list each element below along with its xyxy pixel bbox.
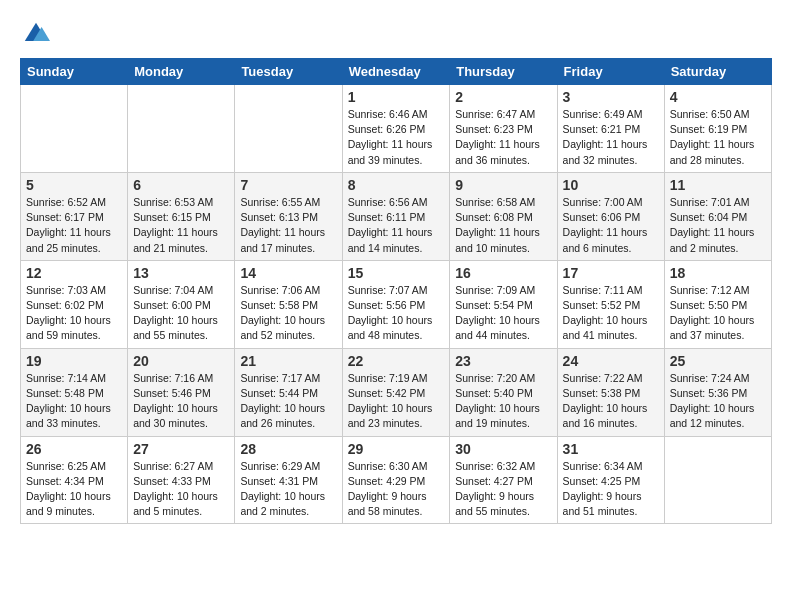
day-info: Sunrise: 6:25 AMSunset: 4:34 PMDaylight:… (26, 459, 122, 520)
calendar-cell: 7Sunrise: 6:55 AMSunset: 6:13 PMDaylight… (235, 172, 342, 260)
day-number: 13 (133, 265, 229, 281)
day-number: 17 (563, 265, 659, 281)
day-info: Sunrise: 7:00 AMSunset: 6:06 PMDaylight:… (563, 195, 659, 256)
day-info: Sunrise: 6:50 AMSunset: 6:19 PMDaylight:… (670, 107, 766, 168)
day-number: 7 (240, 177, 336, 193)
day-number: 5 (26, 177, 122, 193)
logo (20, 20, 50, 48)
day-number: 10 (563, 177, 659, 193)
calendar-cell: 4Sunrise: 6:50 AMSunset: 6:19 PMDaylight… (664, 85, 771, 173)
calendar-cell: 20Sunrise: 7:16 AMSunset: 5:46 PMDayligh… (128, 348, 235, 436)
day-info: Sunrise: 7:16 AMSunset: 5:46 PMDaylight:… (133, 371, 229, 432)
day-info: Sunrise: 6:30 AMSunset: 4:29 PMDaylight:… (348, 459, 445, 520)
day-info: Sunrise: 7:04 AMSunset: 6:00 PMDaylight:… (133, 283, 229, 344)
day-number: 30 (455, 441, 551, 457)
day-info: Sunrise: 7:03 AMSunset: 6:02 PMDaylight:… (26, 283, 122, 344)
day-number: 26 (26, 441, 122, 457)
day-info: Sunrise: 7:19 AMSunset: 5:42 PMDaylight:… (348, 371, 445, 432)
day-info: Sunrise: 6:49 AMSunset: 6:21 PMDaylight:… (563, 107, 659, 168)
day-number: 1 (348, 89, 445, 105)
day-number: 14 (240, 265, 336, 281)
day-info: Sunrise: 6:32 AMSunset: 4:27 PMDaylight:… (455, 459, 551, 520)
calendar-cell: 23Sunrise: 7:20 AMSunset: 5:40 PMDayligh… (450, 348, 557, 436)
calendar-cell: 14Sunrise: 7:06 AMSunset: 5:58 PMDayligh… (235, 260, 342, 348)
calendar-cell: 31Sunrise: 6:34 AMSunset: 4:25 PMDayligh… (557, 436, 664, 524)
day-info: Sunrise: 7:14 AMSunset: 5:48 PMDaylight:… (26, 371, 122, 432)
calendar-cell: 12Sunrise: 7:03 AMSunset: 6:02 PMDayligh… (21, 260, 128, 348)
day-number: 29 (348, 441, 445, 457)
calendar-cell: 21Sunrise: 7:17 AMSunset: 5:44 PMDayligh… (235, 348, 342, 436)
calendar-cell: 19Sunrise: 7:14 AMSunset: 5:48 PMDayligh… (21, 348, 128, 436)
logo-icon (22, 20, 50, 48)
day-number: 6 (133, 177, 229, 193)
col-header-thursday: Thursday (450, 59, 557, 85)
day-info: Sunrise: 6:27 AMSunset: 4:33 PMDaylight:… (133, 459, 229, 520)
day-number: 18 (670, 265, 766, 281)
day-number: 24 (563, 353, 659, 369)
col-header-tuesday: Tuesday (235, 59, 342, 85)
calendar-cell: 10Sunrise: 7:00 AMSunset: 6:06 PMDayligh… (557, 172, 664, 260)
calendar-table: SundayMondayTuesdayWednesdayThursdayFrid… (20, 58, 772, 524)
calendar-header-row: SundayMondayTuesdayWednesdayThursdayFrid… (21, 59, 772, 85)
day-number: 23 (455, 353, 551, 369)
col-header-wednesday: Wednesday (342, 59, 450, 85)
calendar-week-2: 5Sunrise: 6:52 AMSunset: 6:17 PMDaylight… (21, 172, 772, 260)
day-number: 28 (240, 441, 336, 457)
col-header-friday: Friday (557, 59, 664, 85)
col-header-sunday: Sunday (21, 59, 128, 85)
day-info: Sunrise: 7:20 AMSunset: 5:40 PMDaylight:… (455, 371, 551, 432)
day-number: 19 (26, 353, 122, 369)
calendar-cell: 25Sunrise: 7:24 AMSunset: 5:36 PMDayligh… (664, 348, 771, 436)
day-info: Sunrise: 7:24 AMSunset: 5:36 PMDaylight:… (670, 371, 766, 432)
day-info: Sunrise: 6:55 AMSunset: 6:13 PMDaylight:… (240, 195, 336, 256)
calendar-cell: 1Sunrise: 6:46 AMSunset: 6:26 PMDaylight… (342, 85, 450, 173)
day-number: 31 (563, 441, 659, 457)
day-info: Sunrise: 7:22 AMSunset: 5:38 PMDaylight:… (563, 371, 659, 432)
day-number: 27 (133, 441, 229, 457)
calendar-cell: 27Sunrise: 6:27 AMSunset: 4:33 PMDayligh… (128, 436, 235, 524)
col-header-monday: Monday (128, 59, 235, 85)
calendar-cell: 8Sunrise: 6:56 AMSunset: 6:11 PMDaylight… (342, 172, 450, 260)
day-info: Sunrise: 7:17 AMSunset: 5:44 PMDaylight:… (240, 371, 336, 432)
day-info: Sunrise: 7:07 AMSunset: 5:56 PMDaylight:… (348, 283, 445, 344)
calendar-week-5: 26Sunrise: 6:25 AMSunset: 4:34 PMDayligh… (21, 436, 772, 524)
day-number: 15 (348, 265, 445, 281)
calendar-cell: 16Sunrise: 7:09 AMSunset: 5:54 PMDayligh… (450, 260, 557, 348)
calendar-cell (664, 436, 771, 524)
calendar-cell: 15Sunrise: 7:07 AMSunset: 5:56 PMDayligh… (342, 260, 450, 348)
calendar-cell (235, 85, 342, 173)
calendar-cell: 29Sunrise: 6:30 AMSunset: 4:29 PMDayligh… (342, 436, 450, 524)
calendar-cell: 30Sunrise: 6:32 AMSunset: 4:27 PMDayligh… (450, 436, 557, 524)
day-number: 11 (670, 177, 766, 193)
page-header (20, 20, 772, 48)
calendar-week-1: 1Sunrise: 6:46 AMSunset: 6:26 PMDaylight… (21, 85, 772, 173)
day-info: Sunrise: 7:06 AMSunset: 5:58 PMDaylight:… (240, 283, 336, 344)
day-number: 20 (133, 353, 229, 369)
calendar-cell: 5Sunrise: 6:52 AMSunset: 6:17 PMDaylight… (21, 172, 128, 260)
col-header-saturday: Saturday (664, 59, 771, 85)
calendar-cell (21, 85, 128, 173)
day-info: Sunrise: 7:11 AMSunset: 5:52 PMDaylight:… (563, 283, 659, 344)
day-number: 12 (26, 265, 122, 281)
calendar-cell: 3Sunrise: 6:49 AMSunset: 6:21 PMDaylight… (557, 85, 664, 173)
day-info: Sunrise: 7:01 AMSunset: 6:04 PMDaylight:… (670, 195, 766, 256)
day-number: 8 (348, 177, 445, 193)
calendar-cell: 28Sunrise: 6:29 AMSunset: 4:31 PMDayligh… (235, 436, 342, 524)
day-info: Sunrise: 6:56 AMSunset: 6:11 PMDaylight:… (348, 195, 445, 256)
calendar-cell: 24Sunrise: 7:22 AMSunset: 5:38 PMDayligh… (557, 348, 664, 436)
calendar-week-3: 12Sunrise: 7:03 AMSunset: 6:02 PMDayligh… (21, 260, 772, 348)
calendar-cell: 13Sunrise: 7:04 AMSunset: 6:00 PMDayligh… (128, 260, 235, 348)
day-info: Sunrise: 7:09 AMSunset: 5:54 PMDaylight:… (455, 283, 551, 344)
day-info: Sunrise: 6:53 AMSunset: 6:15 PMDaylight:… (133, 195, 229, 256)
day-info: Sunrise: 6:52 AMSunset: 6:17 PMDaylight:… (26, 195, 122, 256)
calendar-cell: 2Sunrise: 6:47 AMSunset: 6:23 PMDaylight… (450, 85, 557, 173)
day-number: 4 (670, 89, 766, 105)
calendar-cell: 18Sunrise: 7:12 AMSunset: 5:50 PMDayligh… (664, 260, 771, 348)
calendar-cell (128, 85, 235, 173)
day-number: 21 (240, 353, 336, 369)
day-info: Sunrise: 6:47 AMSunset: 6:23 PMDaylight:… (455, 107, 551, 168)
day-number: 9 (455, 177, 551, 193)
day-number: 2 (455, 89, 551, 105)
day-number: 22 (348, 353, 445, 369)
day-number: 25 (670, 353, 766, 369)
